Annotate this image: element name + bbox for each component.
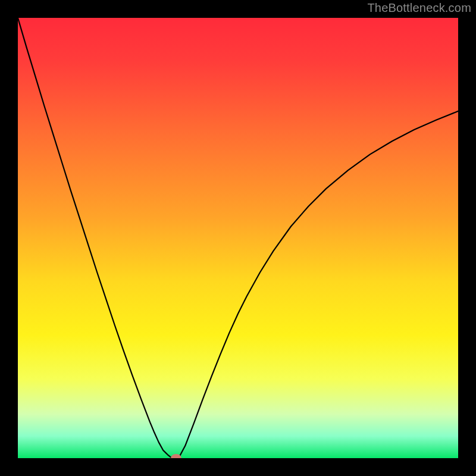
optimal-point-marker: [171, 454, 181, 458]
gradient-background: [18, 18, 458, 458]
plot-area: [18, 18, 458, 458]
chart-frame: TheBottleneck.com: [0, 0, 476, 476]
watermark-text: TheBottleneck.com: [367, 1, 471, 15]
chart-svg: [18, 18, 458, 458]
